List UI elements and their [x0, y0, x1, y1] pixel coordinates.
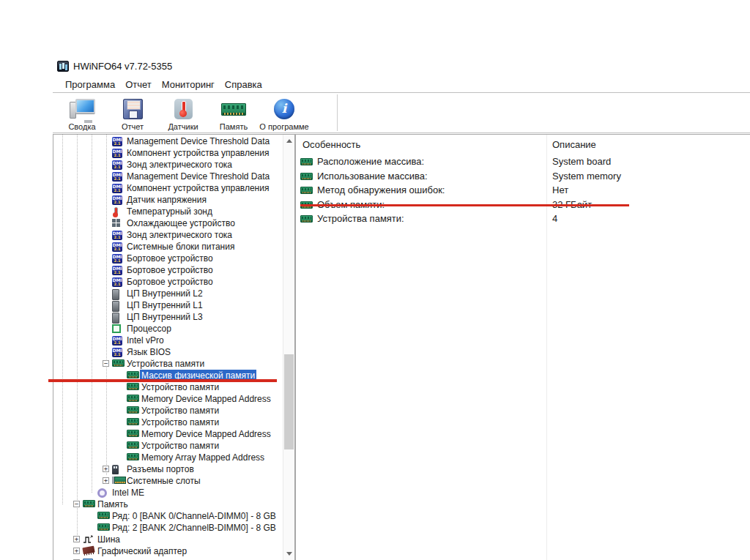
- toolbar-button-3[interactable]: Память: [210, 94, 257, 131]
- scroll-up-button[interactable]: [283, 135, 294, 146]
- tree-item-label: Процессор: [125, 323, 173, 335]
- tree-item[interactable]: Устройство памяти: [53, 381, 283, 393]
- scroll-down-button[interactable]: [283, 548, 294, 559]
- toolbar-button-2[interactable]: Датчики: [160, 94, 207, 131]
- thermometer-icon: [112, 207, 119, 217]
- toolbar-button-label: Отчет: [122, 123, 144, 131]
- tree-item[interactable]: ЦП Внутренний L3: [53, 311, 283, 323]
- tree-item[interactable]: Устройство памяти: [53, 417, 283, 428]
- dmi-icon: [112, 336, 122, 346]
- ram-icon: [127, 395, 139, 402]
- menu-item-0[interactable]: Программа: [60, 78, 120, 92]
- annotation-underline-memory-size: [300, 204, 629, 206]
- tree-item[interactable]: Температурный зонд: [53, 206, 283, 217]
- tree-item[interactable]: Шина: [53, 534, 283, 545]
- tree-item[interactable]: Бортовое устройство: [53, 264, 283, 276]
- toolbar-icon-box: [70, 97, 94, 121]
- ram-memory-icon: [221, 103, 246, 116]
- tree-item-label: Память: [96, 499, 130, 510]
- tree-item[interactable]: Устройство памяти: [53, 405, 283, 417]
- expand-toggle-icon[interactable]: [73, 548, 80, 554]
- expand-toggle-icon[interactable]: [103, 466, 109, 472]
- toolbar-button-label: Сводка: [68, 123, 95, 131]
- tree-item[interactable]: Memory Device Mapped Address: [53, 428, 283, 440]
- dmi-icon: [112, 254, 122, 264]
- toolbar-icon-box: [274, 97, 294, 121]
- ram-icon: [300, 187, 313, 194]
- tree-item[interactable]: Системные блоки питания: [53, 241, 283, 253]
- collapse-toggle-icon[interactable]: [103, 360, 109, 367]
- tree-item-label: Устройства памяти: [125, 358, 206, 370]
- tree-item[interactable]: Memory Array Mapped Address: [53, 452, 283, 463]
- tree-item[interactable]: Язык BIOS: [53, 346, 283, 358]
- tree-item[interactable]: Процессор: [53, 323, 283, 335]
- tree-item-label: Ряд: 0 [BANK 0/ChannelA-DIMM0] - 8 GB: [111, 510, 278, 522]
- toolbar-button-0[interactable]: Сводка: [59, 94, 105, 131]
- menu-item-3[interactable]: Справка: [220, 78, 267, 92]
- tree-item[interactable]: Бортовое устройство: [53, 276, 283, 288]
- tree-item[interactable]: ЦП Внутренний L2: [53, 288, 283, 299]
- tree-item-label: Язык BIOS: [125, 346, 172, 358]
- details-row[interactable]: Метод обнаружения ошибок:Нет: [296, 183, 750, 198]
- window-titlebar: HWiNFO64 v7.72-5355: [57, 61, 172, 72]
- details-row[interactable]: Использование массива:System memory: [296, 169, 750, 184]
- tree-item[interactable]: Графический адаптер: [53, 545, 283, 557]
- tree-item[interactable]: Компонент устройства управления: [53, 182, 283, 194]
- tree-item[interactable]: Management Device Threshold Data: [53, 135, 283, 147]
- toolbar-button-1[interactable]: Отчет: [109, 94, 156, 131]
- tree-item[interactable]: Датчик напряжения: [53, 194, 283, 206]
- toolbar-icon-box: [174, 97, 193, 121]
- expand-toggle-icon[interactable]: [73, 536, 80, 542]
- feature-label: Метод обнаружения ошибок:: [317, 183, 445, 198]
- menu-item-2[interactable]: Мониторинг: [157, 78, 220, 92]
- dmi-icon: [112, 266, 122, 275]
- tree-item-label: Memory Device Mapped Address: [140, 428, 272, 440]
- port-icon: [112, 465, 119, 474]
- tree-item[interactable]: Устройства памяти: [53, 358, 283, 370]
- tree-item-label: Intel ME: [111, 487, 146, 499]
- tree-item[interactable]: [53, 557, 283, 560]
- toolbar-icon-box: [221, 97, 246, 121]
- dmi-icon: [112, 231, 122, 240]
- tree-item-label: Датчик напряжения: [125, 194, 208, 206]
- tree-item[interactable]: Memory Device Mapped Address: [53, 393, 283, 405]
- tree-item[interactable]: Ряд: 0 [BANK 0/ChannelA-DIMM0] - 8 GB: [53, 510, 283, 522]
- tree-item-label: Устройство памяти: [140, 440, 220, 452]
- tree-item-label: Management Device Threshold Data: [125, 135, 271, 147]
- tree-item[interactable]: Память: [53, 499, 283, 510]
- expand-toggle-icon[interactable]: [103, 477, 109, 484]
- ram-icon: [112, 359, 125, 367]
- tree-item-label: ЦП Внутренний L2: [125, 288, 204, 299]
- device-tree-panel: Management Device Threshold DataКомпонен…: [53, 134, 295, 560]
- ram-icon: [300, 158, 313, 165]
- menu-item-1[interactable]: Отчет: [120, 78, 157, 92]
- tree-item[interactable]: Бортовое устройство: [53, 253, 283, 264]
- details-row[interactable]: Расположение массива:System board: [296, 154, 750, 169]
- details-row[interactable]: Устройства памяти:4: [296, 212, 750, 226]
- tree-item[interactable]: Зонд электрического тока: [53, 229, 283, 241]
- dmi-icon: [112, 137, 122, 146]
- scrollbar-thumb[interactable]: [284, 354, 294, 449]
- tree-item[interactable]: Охлаждающее устройство: [53, 217, 283, 229]
- tree-item-label: Memory Device Mapped Address: [140, 393, 272, 405]
- tree-item-label: Компонент устройства управления: [125, 147, 270, 159]
- tree-item[interactable]: Management Device Threshold Data: [53, 171, 283, 182]
- tree-item-label: Бортовое устройство: [125, 264, 215, 276]
- tree-item[interactable]: Intel vPro: [53, 335, 283, 346]
- toolbar-button-label: О программе: [259, 123, 308, 131]
- tree-item[interactable]: ЦП Внутренний L1: [53, 299, 283, 311]
- tree-item[interactable]: Разъемы портов: [53, 463, 283, 475]
- tree-item[interactable]: Устройство памяти: [53, 440, 283, 452]
- dmi-icon: [112, 277, 122, 287]
- tree-item[interactable]: Системные слоты: [53, 475, 283, 487]
- tree-item[interactable]: Ряд: 2 [BANK 2/ChannelB-DIMM0] - 8 GB: [53, 522, 283, 534]
- dmi-icon: [112, 184, 122, 193]
- tree-scrollbar[interactable]: [283, 135, 294, 560]
- toolbar-button-4[interactable]: О программе: [261, 94, 308, 131]
- collapse-toggle-icon[interactable]: [73, 501, 80, 507]
- tree-item[interactable]: Компонент устройства управления: [53, 147, 283, 159]
- toolbar-bottom-divider: [53, 132, 750, 133]
- tree-item[interactable]: Intel ME: [53, 487, 283, 499]
- tree-item[interactable]: Зонд электрического тока: [53, 159, 283, 171]
- tree-item-label: Зонд электрического тока: [125, 229, 234, 241]
